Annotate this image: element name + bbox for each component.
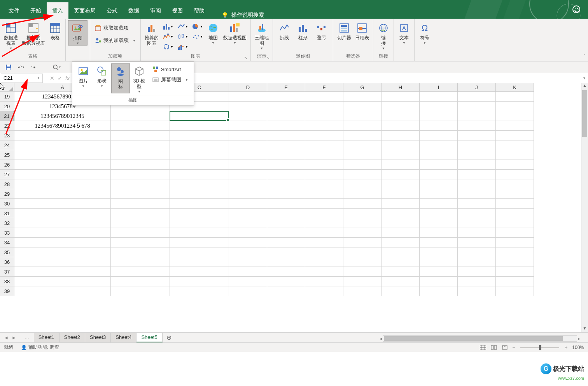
- cell-J21[interactable]: [458, 111, 496, 121]
- cell-B34[interactable]: [111, 238, 170, 247]
- cell-F21[interactable]: [305, 111, 343, 121]
- collapse-ribbon-button[interactable]: ˄: [583, 53, 586, 59]
- column-header-K[interactable]: K: [496, 83, 534, 92]
- cell-H29[interactable]: [382, 189, 420, 199]
- cell-D19[interactable]: [229, 92, 267, 102]
- cell-F23[interactable]: [305, 131, 343, 140]
- cell-H37[interactable]: [382, 267, 420, 277]
- tell-me-search[interactable]: 💡 操作说明搜索: [222, 12, 264, 19]
- cell-C34[interactable]: [170, 238, 229, 247]
- cell-F29[interactable]: [305, 189, 343, 199]
- cell-A22[interactable]: 12345678901234５678: [14, 121, 111, 131]
- feedback-icon[interactable]: [572, 5, 580, 13]
- cell-B28[interactable]: [111, 179, 170, 189]
- cell-J32[interactable]: [458, 218, 496, 228]
- cell-F26[interactable]: [305, 160, 343, 170]
- grid-cells[interactable]: 1234567890123412345678912345678901234512…: [14, 92, 581, 332]
- cell-K31[interactable]: [496, 209, 534, 218]
- cell-J25[interactable]: [458, 150, 496, 160]
- tab-review[interactable]: 审阅: [145, 2, 166, 19]
- cell-H31[interactable]: [382, 209, 420, 218]
- cell-H25[interactable]: [382, 150, 420, 160]
- my-addins-button[interactable]: 我的加载项 ▼: [93, 36, 138, 45]
- tab-view[interactable]: 视图: [166, 2, 188, 19]
- cell-D21[interactable]: [229, 111, 267, 121]
- cell-B32[interactable]: [111, 218, 170, 228]
- recommended-charts-button[interactable]: 推荐的 图表: [143, 20, 160, 46]
- cell-K28[interactable]: [496, 179, 534, 189]
- horizontal-scrollbar[interactable]: ◄ ►: [379, 335, 581, 342]
- cell-D38[interactable]: [229, 277, 267, 286]
- cell-K22[interactable]: [496, 121, 534, 131]
- cell-F24[interactable]: [305, 140, 343, 150]
- cell-D20[interactable]: [229, 102, 267, 111]
- column-header-G[interactable]: G: [343, 83, 382, 92]
- row-header-20[interactable]: 20: [0, 102, 14, 111]
- screenshot-button[interactable]: 屏幕截图 ▼: [150, 75, 191, 84]
- cell-G22[interactable]: [343, 121, 382, 131]
- sparkline-winloss-button[interactable]: 盈亏: [313, 20, 331, 40]
- cell-H36[interactable]: [382, 257, 420, 267]
- cell-J24[interactable]: [458, 140, 496, 150]
- scroll-up-icon[interactable]: ▲: [581, 83, 588, 89]
- cell-E29[interactable]: [267, 189, 305, 199]
- sheet-tab-sheet5[interactable]: Sheet5: [136, 333, 162, 342]
- cell-I23[interactable]: [420, 131, 458, 140]
- cell-F31[interactable]: [305, 209, 343, 218]
- icons-button[interactable]: 图 标: [111, 63, 130, 93]
- row-header-38[interactable]: 38: [0, 277, 14, 286]
- cell-G21[interactable]: [343, 111, 382, 121]
- cell-K30[interactable]: [496, 199, 534, 209]
- cell-A31[interactable]: [14, 209, 111, 218]
- cell-F35[interactable]: [305, 247, 343, 257]
- statistic-chart-button[interactable]: ▼: [176, 32, 190, 41]
- cell-G25[interactable]: [343, 150, 382, 160]
- row-header-26[interactable]: 26: [0, 160, 14, 170]
- add-sheet-button[interactable]: ⊕: [163, 334, 175, 341]
- cell-C24[interactable]: [170, 140, 229, 150]
- column-chart-button[interactable]: ▼: [161, 22, 175, 31]
- slicer-button[interactable]: 切片器: [336, 20, 353, 40]
- cell-C26[interactable]: [170, 160, 229, 170]
- cell-C30[interactable]: [170, 199, 229, 209]
- maps-button[interactable]: 地图 ▼: [205, 20, 221, 45]
- cell-D39[interactable]: [229, 286, 267, 296]
- cell-H34[interactable]: [382, 238, 420, 247]
- cell-F34[interactable]: [305, 238, 343, 247]
- cell-E22[interactable]: [267, 121, 305, 131]
- cell-K39[interactable]: [496, 286, 534, 296]
- cell-J22[interactable]: [458, 121, 496, 131]
- cell-G27[interactable]: [343, 170, 382, 179]
- expand-formula-bar-button[interactable]: ▾: [580, 76, 588, 80]
- cell-C38[interactable]: [170, 277, 229, 286]
- smartart-button[interactable]: SmartArt: [150, 65, 191, 74]
- cell-B37[interactable]: [111, 267, 170, 277]
- cell-B31[interactable]: [111, 209, 170, 218]
- sheet-nav-next-icon[interactable]: ►: [12, 335, 16, 340]
- cell-B36[interactable]: [111, 257, 170, 267]
- cell-K38[interactable]: [496, 277, 534, 286]
- cell-K20[interactable]: [496, 102, 534, 111]
- cell-I26[interactable]: [420, 160, 458, 170]
- cell-J30[interactable]: [458, 199, 496, 209]
- cell-D26[interactable]: [229, 160, 267, 170]
- cell-H22[interactable]: [382, 121, 420, 131]
- cell-J26[interactable]: [458, 160, 496, 170]
- line-chart-button[interactable]: ▼: [176, 22, 190, 31]
- cell-D23[interactable]: [229, 131, 267, 140]
- sheet-tab-more[interactable]: ...: [20, 333, 34, 342]
- cell-K21[interactable]: [496, 111, 534, 121]
- row-header-35[interactable]: 35: [0, 247, 14, 257]
- pictures-button[interactable]: 图片 ▼: [74, 63, 93, 93]
- cell-A36[interactable]: [14, 257, 111, 267]
- cell-D27[interactable]: [229, 170, 267, 179]
- combo-chart-button[interactable]: ▼: [176, 42, 190, 51]
- cell-E36[interactable]: [267, 257, 305, 267]
- cell-C39[interactable]: [170, 286, 229, 296]
- cell-F28[interactable]: [305, 179, 343, 189]
- cell-H20[interactable]: [382, 102, 420, 111]
- cell-D37[interactable]: [229, 267, 267, 277]
- cell-B23[interactable]: [111, 131, 170, 140]
- cell-B27[interactable]: [111, 170, 170, 179]
- cell-J31[interactable]: [458, 209, 496, 218]
